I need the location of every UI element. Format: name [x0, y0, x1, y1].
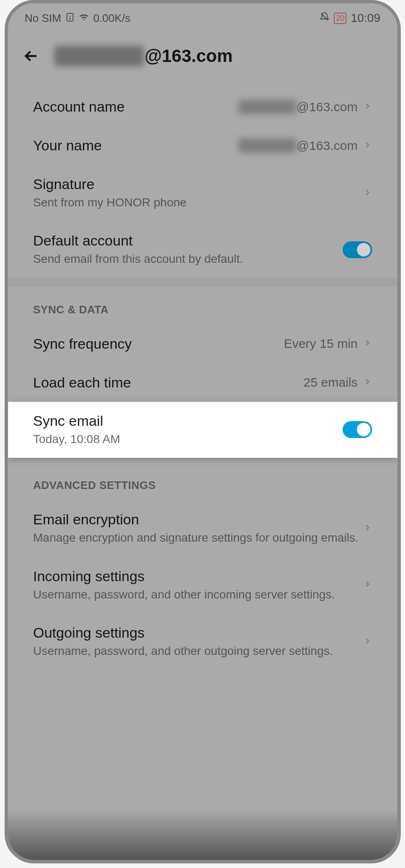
- chevron-right-icon: [363, 523, 372, 534]
- outgoing-settings-row[interactable]: Outgoing settings Username, password, an…: [21, 614, 385, 670]
- advanced-settings-header: ADVANCED SETTINGS: [8, 458, 397, 500]
- page-title: dxxxxxxxx@163.com: [54, 46, 233, 66]
- bottom-shadow: [8, 809, 397, 860]
- dnd-icon: [319, 12, 330, 25]
- chevron-right-icon: [363, 338, 372, 349]
- email-encryption-sub: Manage encryption and signature settings…: [33, 530, 363, 545]
- outgoing-settings-sub: Username, password, and other outgoing s…: [33, 644, 363, 659]
- load-each-time-label: Load each time: [33, 374, 304, 391]
- load-each-time-row[interactable]: Load each time 25 emails: [21, 363, 385, 402]
- signature-sub: Sent from my HONOR phone: [33, 195, 363, 210]
- battery-icon: 20: [334, 13, 346, 24]
- chevron-right-icon: [363, 101, 372, 112]
- signature-label: Signature: [33, 176, 363, 192]
- load-each-time-value: 25 emails: [303, 375, 357, 390]
- email-encryption-row[interactable]: Email encryption Manage encryption and s…: [21, 500, 385, 557]
- sync-email-label: Sync email: [33, 413, 343, 429]
- outgoing-settings-label: Outgoing settings: [33, 625, 363, 641]
- section-divider: [8, 278, 397, 286]
- default-account-label: Default account: [33, 232, 343, 249]
- header: dxxxxxxxx@163.com: [8, 33, 397, 88]
- sync-email-toggle[interactable]: [343, 421, 372, 438]
- wifi-icon: [79, 12, 89, 25]
- default-account-row[interactable]: Default account Send email from this acc…: [21, 222, 385, 278]
- sync-frequency-value: Every 15 min: [284, 337, 357, 351]
- chevron-right-icon: [363, 636, 372, 647]
- incoming-settings-sub: Username, password, and other incoming s…: [33, 587, 363, 602]
- back-button[interactable]: [21, 45, 42, 67]
- email-encryption-label: Email encryption: [33, 511, 363, 528]
- chevron-right-icon: [363, 377, 372, 388]
- incoming-settings-label: Incoming settings: [33, 568, 363, 585]
- sim-warning-icon: [65, 12, 75, 25]
- account-name-row[interactable]: Account name dxxxxxxxx@163.com: [21, 88, 385, 126]
- your-name-value: dxxxxxxxx@163.com: [239, 139, 357, 153]
- chevron-right-icon: [363, 140, 372, 151]
- default-account-sub: Send email from this account by default.: [33, 251, 343, 267]
- your-name-label: Your name: [33, 137, 239, 154]
- your-name-row[interactable]: Your name dxxxxxxxx@163.com: [21, 126, 385, 165]
- chevron-right-icon: [363, 580, 372, 590]
- chevron-right-icon: [363, 188, 372, 199]
- clock: 10:09: [351, 11, 380, 25]
- account-name-label: Account name: [33, 99, 239, 115]
- sync-data-header: SYNC & DATA: [8, 286, 397, 325]
- sync-email-sub: Today, 10:08 AM: [33, 432, 343, 447]
- data-rate: 0.00K/s: [93, 12, 130, 25]
- sim-status: No SIM: [25, 12, 62, 25]
- status-bar: No SIM 0.00K/s 20 10:09: [8, 3, 397, 33]
- sync-frequency-label: Sync frequency: [33, 336, 284, 352]
- incoming-settings-row[interactable]: Incoming settings Username, password, an…: [21, 557, 385, 614]
- account-name-value: dxxxxxxxx@163.com: [239, 100, 357, 114]
- default-account-toggle[interactable]: [343, 241, 372, 258]
- sync-email-row[interactable]: Sync email Today, 10:08 AM: [8, 402, 397, 458]
- signature-row[interactable]: Signature Sent from my HONOR phone: [21, 165, 385, 222]
- svg-point-2: [70, 18, 70, 19]
- sync-frequency-row[interactable]: Sync frequency Every 15 min: [21, 325, 385, 363]
